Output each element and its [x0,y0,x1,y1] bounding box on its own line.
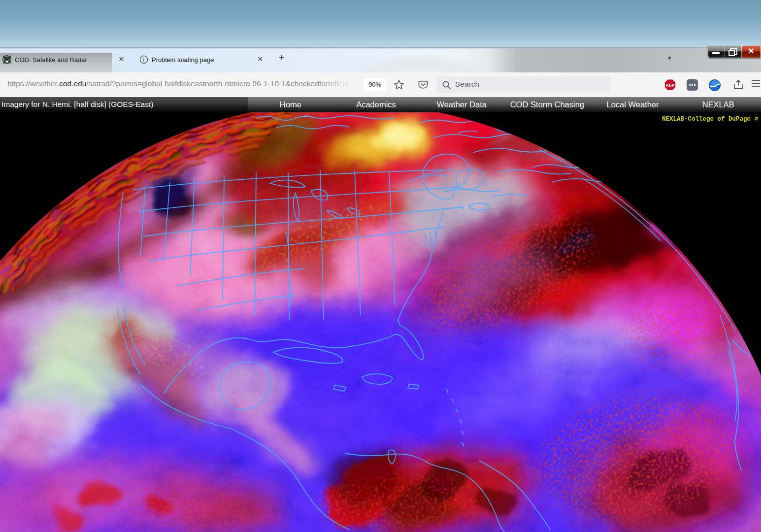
svg-text:ABP: ABP [666,83,675,88]
